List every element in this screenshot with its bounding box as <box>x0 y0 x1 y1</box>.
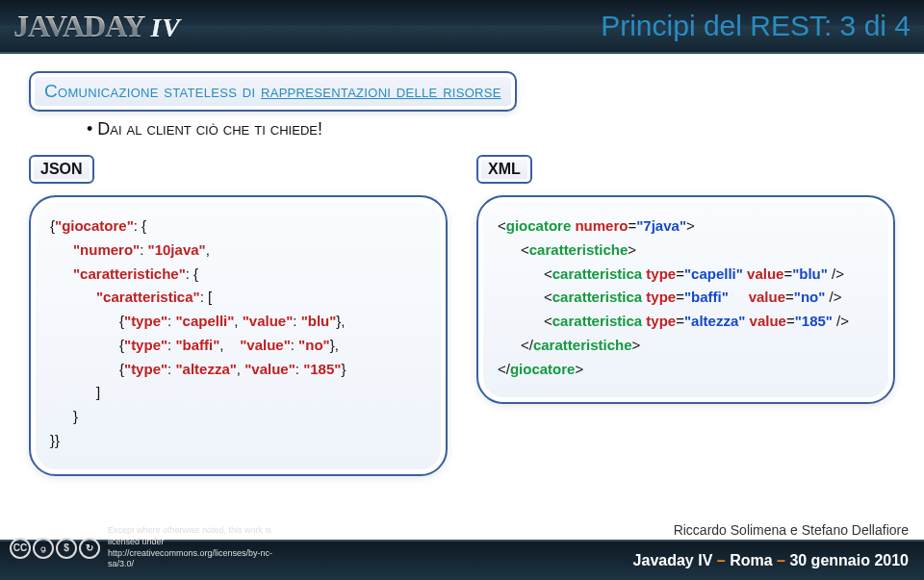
code-line: <caratteristica type="baffi" value="no" … <box>498 286 874 310</box>
footer-right: Javaday IV – Roma – 30 gennaio 2010 <box>308 540 924 580</box>
subtitle-underlined: rappresentazioni delle risorse <box>261 81 501 101</box>
code-line: "numero": "10java", <box>50 239 426 263</box>
code-line: {"giocatore": { <box>50 214 426 239</box>
code-line: ] <box>50 381 426 405</box>
subtitle-text: Comunicazione stateless di rappresentazi… <box>44 81 501 101</box>
json-column: JSON {"giocatore": {"numero": "10java","… <box>29 155 448 476</box>
code-line: "caratteristica": [ <box>50 286 426 310</box>
cc-line1: Except where otherwise noted, this work … <box>108 525 298 547</box>
json-bubble: {"giocatore": {"numero": "10java","carat… <box>29 195 448 476</box>
xml-column: XML <giocatore numero="7java"><caratteri… <box>476 155 895 476</box>
code-line: </caratteristiche> <box>498 334 874 358</box>
code-line: <giocatore numero="7java"> <box>498 214 874 239</box>
event-date: 30 gennaio 2010 <box>789 552 909 568</box>
code-line: <caratteristica type="altezza" value="18… <box>498 310 874 334</box>
bullet-line: Dai al client ciò che ti chiede! <box>87 119 924 139</box>
code-line: {"type": "capelli", "value": "blu"}, <box>50 310 426 334</box>
cc-icons: CC ⍶ $ ↻ <box>10 538 100 559</box>
subtitle-prefix: Comunicazione stateless di <box>44 81 261 101</box>
cc-line2: http://creativecommons.org/licenses/by-n… <box>108 548 298 570</box>
code-line: {"type": "baffi", "value": "no"}, <box>50 334 426 358</box>
header-bar: JAVADAY IV Principi del REST: 3 di 4 <box>0 0 924 54</box>
code-line: {"type": "altezza", "value": "185"} <box>50 358 426 382</box>
event-sep2: – <box>773 552 790 568</box>
code-line: }} <box>50 429 426 453</box>
nc-icon: $ <box>56 538 77 559</box>
event-name: Javaday IV <box>633 552 713 568</box>
page-title: Principi del REST: 3 di 4 <box>601 10 911 42</box>
sa-icon: ↻ <box>79 538 100 559</box>
code-columns: JSON {"giocatore": {"numero": "10java","… <box>0 155 924 476</box>
event-sep: – <box>712 552 730 568</box>
code-line: <caratteristica type="capelli" value="bl… <box>498 263 874 287</box>
cc-text: Except where otherwise noted, this work … <box>108 525 298 570</box>
subtitle-pill: Comunicazione stateless di rappresentazi… <box>29 71 517 112</box>
by-icon: ⍶ <box>33 538 54 559</box>
cc-block: CC ⍶ $ ↻ Except where otherwise noted, t… <box>0 521 308 576</box>
event-line: Javaday IV – Roma – 30 gennaio 2010 <box>633 552 909 569</box>
code-line: <caratteristiche> <box>498 239 874 263</box>
code-line: } <box>50 405 426 429</box>
xml-tag: XML <box>476 155 532 184</box>
code-line: "caratteristiche": { <box>50 263 426 287</box>
xml-bubble: <giocatore numero="7java"><caratteristic… <box>476 195 895 404</box>
logo: JAVADAY IV <box>13 9 181 44</box>
cc-icon: CC <box>10 538 31 559</box>
logo-main: JAVADAY <box>13 9 144 44</box>
logo-sub: IV <box>150 13 181 43</box>
event-place: Roma <box>730 552 772 568</box>
json-tag: JSON <box>29 155 94 184</box>
code-line: </giocatore> <box>498 358 874 382</box>
